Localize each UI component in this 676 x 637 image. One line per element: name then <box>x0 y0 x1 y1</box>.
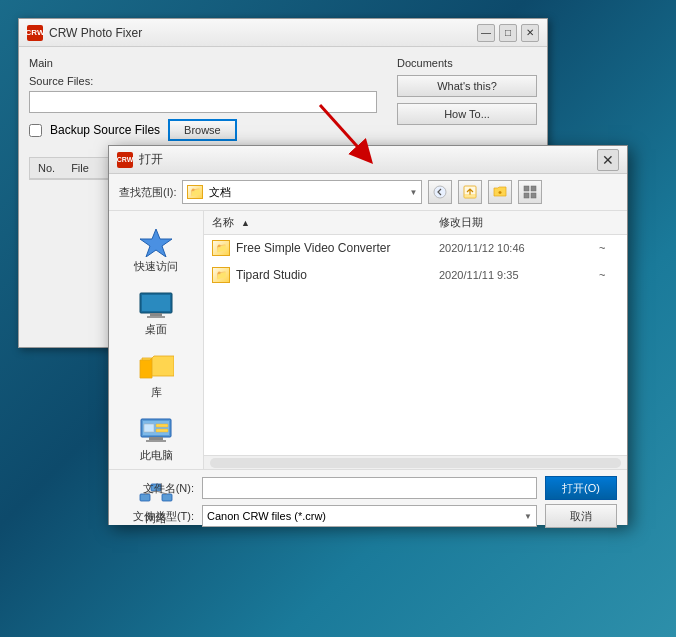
how-to-button[interactable]: How To... <box>397 103 537 125</box>
up-button[interactable] <box>458 180 482 204</box>
col-no: No. <box>30 160 63 176</box>
documents-section-label: Documents <box>397 57 537 69</box>
file-item[interactable]: 📁 Free Simple Video Converter 2020/11/12… <box>204 235 627 262</box>
svg-rect-12 <box>147 316 165 318</box>
whats-this-button[interactable]: What's this? <box>397 75 537 97</box>
folder-icon: 📁 <box>187 185 203 199</box>
source-files-label: Source Files: <box>29 75 377 87</box>
desktop-icon <box>138 290 174 320</box>
file-item[interactable]: 📁 Tipard Studio 2020/11/11 9:35 ~ <box>204 262 627 289</box>
file-list: 📁 Free Simple Video Converter 2020/11/12… <box>204 235 627 455</box>
source-files-input[interactable] <box>29 91 377 113</box>
dialog-toolbar: 查找范围(I): 📁 文档 ▼ <box>109 174 627 211</box>
svg-rect-3 <box>464 194 476 198</box>
main-close-button[interactable]: ✕ <box>521 24 539 42</box>
restore-button[interactable]: □ <box>499 24 517 42</box>
location-text: 文档 <box>209 185 403 200</box>
col-extra-header <box>599 215 619 230</box>
file-list-header: 名称 ▲ 修改日期 <box>204 211 627 235</box>
dialog-sidebar: 快速访问 桌面 <box>109 211 204 469</box>
svg-rect-5 <box>531 186 536 191</box>
view-toggle-button[interactable] <box>518 180 542 204</box>
folder-icon: 📁 <box>212 267 230 283</box>
titlebar-controls: — □ ✕ <box>477 24 539 42</box>
svg-point-1 <box>434 186 446 198</box>
quick-access-label: 快速访问 <box>134 259 178 274</box>
file-name: Tipard Studio <box>236 268 439 282</box>
back-button[interactable] <box>428 180 452 204</box>
filetype-dropdown-text: Canon CRW files (*.crw) <box>207 510 524 522</box>
location-dropdown[interactable]: 📁 文档 ▼ <box>182 180 422 204</box>
dialog-titlebar: CRW 打开 ✕ <box>109 146 627 174</box>
open-dialog: CRW 打开 ✕ 查找范围(I): 📁 文档 ▼ <box>108 145 628 525</box>
main-left-panel: Main Source Files: Backup Source Files B… <box>29 57 377 149</box>
main-window-title: CRW Photo Fixer <box>49 26 477 40</box>
svg-rect-15 <box>149 437 163 440</box>
main-section-label: Main <box>29 57 377 69</box>
this-pc-label: 此电脑 <box>140 448 173 463</box>
file-date: 2020/11/11 9:35 <box>439 269 599 281</box>
svg-rect-6 <box>524 193 529 198</box>
main-titlebar: CRW CRW Photo Fixer — □ ✕ <box>19 19 547 47</box>
library-icon <box>138 353 174 383</box>
col-name-header[interactable]: 名称 ▲ <box>212 215 439 230</box>
dialog-footer: 文件名(N): 打开(O) 文件类型(T): Canon CRW files (… <box>109 469 627 525</box>
backup-label: Backup Source Files <box>50 123 160 137</box>
library-label: 库 <box>151 385 162 400</box>
svg-rect-19 <box>156 429 168 432</box>
svg-marker-8 <box>140 229 172 257</box>
dialog-title: 打开 <box>139 151 597 168</box>
dialog-close-button[interactable]: ✕ <box>597 149 619 171</box>
svg-rect-11 <box>150 313 162 316</box>
folder-icon: 📁 <box>212 240 230 256</box>
svg-rect-18 <box>156 424 168 427</box>
cancel-button[interactable]: 取消 <box>545 504 617 528</box>
svg-rect-10 <box>142 295 170 311</box>
dropdown-arrow-icon: ▼ <box>410 188 418 197</box>
sidebar-item-library[interactable]: 库 <box>114 347 199 406</box>
dialog-logo: CRW <box>117 152 133 168</box>
filename-label: 文件名(N): <box>119 481 194 496</box>
sidebar-item-quick-access[interactable]: 快速访问 <box>114 221 199 280</box>
svg-rect-7 <box>531 193 536 198</box>
svg-rect-16 <box>146 440 166 442</box>
open-button[interactable]: 打开(O) <box>545 476 617 500</box>
file-extra: ~ <box>599 242 619 254</box>
dialog-body: 快速访问 桌面 <box>109 211 627 469</box>
scrollbar-track <box>210 458 621 468</box>
horizontal-scrollbar[interactable] <box>204 455 627 469</box>
backup-row: Backup Source Files Browse <box>29 119 377 141</box>
col-date-header: 修改日期 <box>439 215 599 230</box>
minimize-button[interactable]: — <box>477 24 495 42</box>
this-pc-icon <box>138 416 174 446</box>
filetype-row: 文件类型(T): Canon CRW files (*.crw) ▼ 取消 <box>119 504 617 528</box>
app-logo: CRW <box>27 25 43 41</box>
col-file: File <box>63 160 97 176</box>
filename-row: 文件名(N): 打开(O) <box>119 476 617 500</box>
filetype-dropdown[interactable]: Canon CRW files (*.crw) ▼ <box>202 505 537 527</box>
desktop-label: 桌面 <box>145 322 167 337</box>
sidebar-item-this-pc[interactable]: 此电脑 <box>114 410 199 469</box>
browse-button[interactable]: Browse <box>168 119 237 141</box>
documents-panel: Documents What's this? How To... <box>397 57 537 149</box>
svg-rect-4 <box>524 186 529 191</box>
file-date: 2020/11/12 10:46 <box>439 242 599 254</box>
file-extra: ~ <box>599 269 619 281</box>
dialog-file-area: 名称 ▲ 修改日期 📁 Free Simple Video Converter … <box>204 211 627 469</box>
search-range-label: 查找范围(I): <box>119 185 176 200</box>
file-name: Free Simple Video Converter <box>236 241 439 255</box>
backup-checkbox[interactable] <box>29 124 42 137</box>
filename-input[interactable] <box>202 477 537 499</box>
quick-access-icon <box>138 227 174 257</box>
filetype-dropdown-arrow-icon: ▼ <box>524 512 532 521</box>
sidebar-item-desktop[interactable]: 桌面 <box>114 284 199 343</box>
filetype-label: 文件类型(T): <box>119 509 194 524</box>
new-folder-button[interactable] <box>488 180 512 204</box>
svg-rect-17 <box>144 424 154 432</box>
